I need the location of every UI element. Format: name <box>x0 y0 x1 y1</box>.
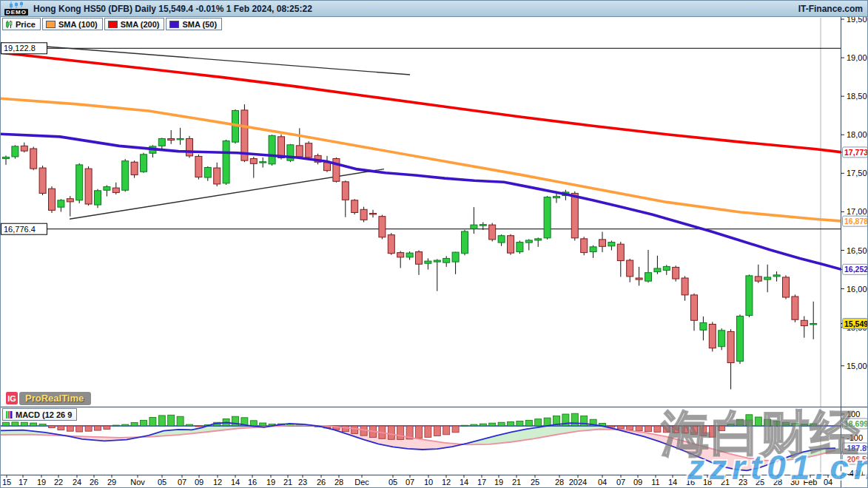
macd-bar <box>141 420 147 426</box>
chart-title: Hong Kong HS50 (DFB) Daily 15,549.4 -0.0… <box>33 4 312 14</box>
candle-body <box>645 273 652 281</box>
candle-body <box>223 141 229 183</box>
demo-badge: DEMO <box>4 9 28 16</box>
candle-body <box>186 138 193 155</box>
candle-body <box>554 197 560 198</box>
macd-bar <box>764 419 771 426</box>
date-tick-label: 07 <box>406 478 414 487</box>
provider-label: IT-Finance.com <box>798 4 863 14</box>
macd-bar <box>195 426 202 427</box>
tab-sma200[interactable]: SMA (200) <box>104 18 165 30</box>
date-tick-label: 25 <box>531 478 539 487</box>
macd-bar <box>452 426 459 433</box>
candle-body <box>177 138 184 139</box>
candle-body <box>278 137 285 158</box>
candle-body <box>663 266 670 270</box>
macd-bar <box>673 426 679 433</box>
candle-body <box>269 135 275 164</box>
chart-canvas[interactable]: 19,50019,00018,50018,00017,50017,00016,5… <box>1 1 868 488</box>
macd-bar <box>388 426 394 439</box>
trading-platform-window: 19,50019,00018,50018,00017,50017,00016,5… <box>0 0 868 488</box>
macd-bar <box>783 422 790 426</box>
macd-bar <box>498 422 505 426</box>
date-tick-label: 16 <box>686 478 695 487</box>
date-tick-label: 29 <box>107 478 116 487</box>
candle-body <box>85 169 92 204</box>
macd-bar <box>39 424 46 426</box>
candle-body <box>489 225 496 240</box>
tab-sma100[interactable]: SMA (100) <box>42 18 103 30</box>
candle-body <box>158 138 165 146</box>
macd-bar <box>719 426 725 430</box>
prorealtime-logo[interactable]: IG ProRealTime <box>6 391 91 405</box>
candle-body <box>168 138 175 140</box>
candle-body <box>627 260 633 277</box>
macd-badge-label: 18.699 <box>844 419 868 428</box>
candle-body <box>682 278 688 295</box>
macd-bar <box>810 424 817 426</box>
macd-bar <box>168 415 175 426</box>
macd-bar <box>480 424 486 426</box>
date-tick-label: 14 <box>668 478 677 487</box>
macd-bar <box>122 424 129 426</box>
candle-body <box>406 253 413 257</box>
macd-bar <box>700 426 707 436</box>
price-tick-label: 16,500 <box>847 246 868 255</box>
macd-bar <box>508 421 514 426</box>
candle-body <box>792 296 798 319</box>
title-bar: DEMO Hong Kong HS50 (DFB) Daily 15,549.4… <box>1 1 867 17</box>
candle-body <box>443 258 450 262</box>
candle-body <box>342 182 349 200</box>
macd-bar <box>691 426 698 435</box>
macd-bar <box>654 426 661 432</box>
macd-bar <box>517 421 523 426</box>
tab-price[interactable]: Price <box>2 18 41 30</box>
macd-tick-label: -400 <box>847 469 863 478</box>
candle-body <box>590 247 596 252</box>
tab-price-label: Price <box>16 20 36 29</box>
date-tick-label: 04 <box>598 478 607 487</box>
candle-body <box>719 331 725 347</box>
price-tick-label: 18,500 <box>847 92 868 101</box>
date-tick-label: 11 <box>651 478 659 487</box>
level-label: 19,122.8 <box>4 44 36 52</box>
date-tick-label: 15 <box>2 478 11 487</box>
candle-body <box>471 225 477 228</box>
price-tick-label: 19,000 <box>847 53 868 62</box>
indicator-legend: Price SMA (100) SMA (200) SMA (50) <box>2 18 222 30</box>
date-tick-label: 09 <box>195 478 203 487</box>
macd-bar <box>250 421 257 426</box>
sma200-swatch-icon <box>108 21 118 28</box>
tab-macd[interactable]: MACD (12 26 9 <box>2 408 77 421</box>
tab-sma50-label: SMA (50) <box>182 20 217 29</box>
candle-body <box>673 267 679 279</box>
candle-body <box>397 253 404 257</box>
prorealtime-label: ProRealTime <box>19 392 91 405</box>
date-tick-label: 04 <box>824 478 832 487</box>
tab-macd-label: MACD (12 26 9 <box>16 410 72 419</box>
candle-body <box>260 162 266 163</box>
date-tick-label: 05 <box>388 478 397 487</box>
candle-body <box>727 331 734 362</box>
macd-bar <box>462 425 468 426</box>
price-badge-label: 17,773.. <box>844 148 868 157</box>
candle-body <box>480 225 486 226</box>
price-tick-label: 15,000 <box>847 362 868 370</box>
candle-body <box>131 162 138 174</box>
candle-body <box>39 168 46 193</box>
candle-body <box>544 197 551 238</box>
macd-bar <box>104 426 110 429</box>
candle-body <box>204 168 211 178</box>
macd-bar <box>58 426 64 430</box>
candle-body <box>783 277 790 297</box>
tab-sma50[interactable]: SMA (50) <box>166 18 222 30</box>
macd-bar <box>351 426 358 433</box>
macd-bar <box>177 416 184 426</box>
candle-body <box>379 217 386 237</box>
macd-bar <box>67 426 73 431</box>
date-tick-label: 28 <box>334 478 343 487</box>
date-tick-label: 07 <box>616 478 625 487</box>
macd-badge-label: -206.59 <box>844 455 868 464</box>
candle-body <box>49 189 55 210</box>
macd-bar <box>636 426 642 431</box>
